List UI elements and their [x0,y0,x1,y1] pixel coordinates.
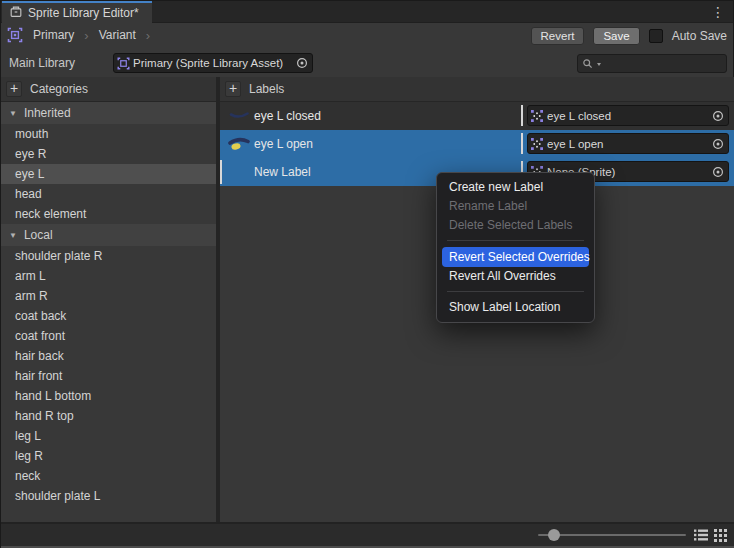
revert-button[interactable]: Revert [531,27,585,45]
label-row-eye-l-open[interactable]: eye L open eye L open [220,130,734,158]
category-item-arm-l[interactable]: arm L [1,266,216,286]
labels-header: + Labels [220,77,734,102]
menu-item-show-label-location[interactable]: Show Label Location [437,298,594,317]
auto-save-checkbox[interactable] [649,29,663,43]
menu-item-revert-selected-overrides[interactable]: Revert Selected Overrides [442,247,589,267]
menu-separator [447,291,584,292]
sprite-object-field[interactable]: eye L open [527,133,729,154]
library-window-icon [9,5,23,22]
context-menu: Create new Label Rename Label Delete Sel… [436,172,595,323]
breadcrumb: Primary › Variant › [7,27,150,43]
chevron-down-icon: ▼ [9,231,17,240]
category-item-arm-r[interactable]: arm R [1,286,216,306]
group-header-local[interactable]: ▼ Local [1,224,216,246]
save-button[interactable]: Save [593,27,639,45]
eye-closed-sprite-icon [226,110,252,122]
labels-title: Labels [249,82,284,96]
category-item-neck[interactable]: neck [1,466,216,486]
breadcrumb-item-variant[interactable]: Variant [95,27,140,43]
menu-item-rename-label: Rename Label [437,197,594,216]
search-icon [582,58,594,70]
sprite-icon [531,138,543,150]
override-indicator [521,133,523,154]
main-library-value: Primary (Sprite Library Asset) [133,57,292,69]
object-picker-icon[interactable] [711,109,725,123]
add-category-button[interactable]: + [6,81,22,97]
kebab-menu-icon[interactable]: ⋮ [711,3,725,21]
override-indicator [220,160,222,184]
categories-header: + Categories [1,77,216,102]
add-label-button[interactable]: + [225,81,241,97]
group-label: Inherited [24,106,71,120]
eye-open-sprite-icon [226,136,252,152]
category-item-coat-back[interactable]: coat back [1,306,216,326]
category-item-hand-r-top[interactable]: hand R top [1,406,216,426]
label-row-eye-l-closed[interactable]: eye L closed eye L closed [220,102,734,130]
label-name: New Label [254,165,311,179]
category-item-leg-r[interactable]: leg R [1,446,216,466]
object-picker-icon[interactable] [711,165,725,179]
category-item-hair-back[interactable]: hair back [1,346,216,366]
breadcrumb-separator-icon: › [84,28,88,43]
category-item-mouth[interactable]: mouth [1,124,216,144]
category-item-shoulder-plate-r[interactable]: shoulder plate R [1,246,216,266]
category-item-hair-front[interactable]: hair front [1,366,216,386]
sprite-library-icon [7,27,23,43]
view-mode-buttons [693,528,728,542]
category-item-eye-l[interactable]: eye L [1,164,216,184]
tab-title: Sprite Library Editor* [28,6,139,20]
sprite-field-value: eye L closed [547,110,707,122]
categories-list: ▼ Inherited mouth eye R eye L head neck … [1,102,216,522]
menu-item-create-new-label[interactable]: Create new Label [437,178,594,197]
breadcrumb-separator-icon: › [146,28,150,43]
category-item-head[interactable]: head [1,184,216,204]
slider-knob[interactable] [548,529,560,541]
search-dropdown-caret-icon [596,61,602,67]
category-item-shoulder-plate-l[interactable]: shoulder plate L [1,486,216,506]
categories-title: Categories [30,82,88,96]
tab-sprite-library-editor[interactable]: Sprite Library Editor* [2,1,152,23]
sprite-object-field[interactable]: eye L closed [527,105,729,126]
grid-view-icon[interactable] [713,528,728,542]
object-picker-icon[interactable] [711,137,725,151]
group-label: Local [24,228,53,242]
category-item-coat-front[interactable]: coat front [1,326,216,346]
menu-separator [447,240,584,241]
main-library-label: Main Library [9,56,75,70]
sprite-icon [531,110,543,122]
override-indicator [521,105,523,126]
main-library-object-field[interactable]: Primary (Sprite Library Asset) [113,53,313,73]
sprite-library-asset-icon [117,57,130,70]
tab-strip: Sprite Library Editor* ⋮ [1,1,733,23]
chevron-down-icon: ▼ [9,109,17,118]
toolbar-actions: Revert Save Auto Save [531,27,727,45]
sprite-field-value: eye L open [547,138,707,150]
auto-save-label: Auto Save [672,29,727,43]
group-header-inherited[interactable]: ▼ Inherited [1,102,216,124]
label-name: eye L open [254,137,313,151]
breadcrumb-item-primary[interactable]: Primary [29,27,78,43]
list-view-icon[interactable] [693,528,708,542]
menu-item-revert-all-overrides[interactable]: Revert All Overrides [437,267,594,286]
menu-item-delete-selected-labels: Delete Selected Labels [437,216,594,235]
search-input[interactable] [577,54,727,73]
toolbar: Primary › Variant › Revert Save Auto Sav… [1,23,733,49]
category-item-hand-l-bottom[interactable]: hand L bottom [1,386,216,406]
sprite-library-editor-window: Sprite Library Editor* ⋮ Primary › Varia… [0,0,734,548]
category-item-neck-element[interactable]: neck element [1,204,216,224]
thumbnail-size-slider[interactable] [538,534,686,536]
category-item-eye-r[interactable]: eye R [1,144,216,164]
object-picker-icon[interactable] [295,56,309,70]
category-item-leg-l[interactable]: leg L [1,426,216,446]
bottom-bar [1,524,734,546]
label-name: eye L closed [254,109,321,123]
